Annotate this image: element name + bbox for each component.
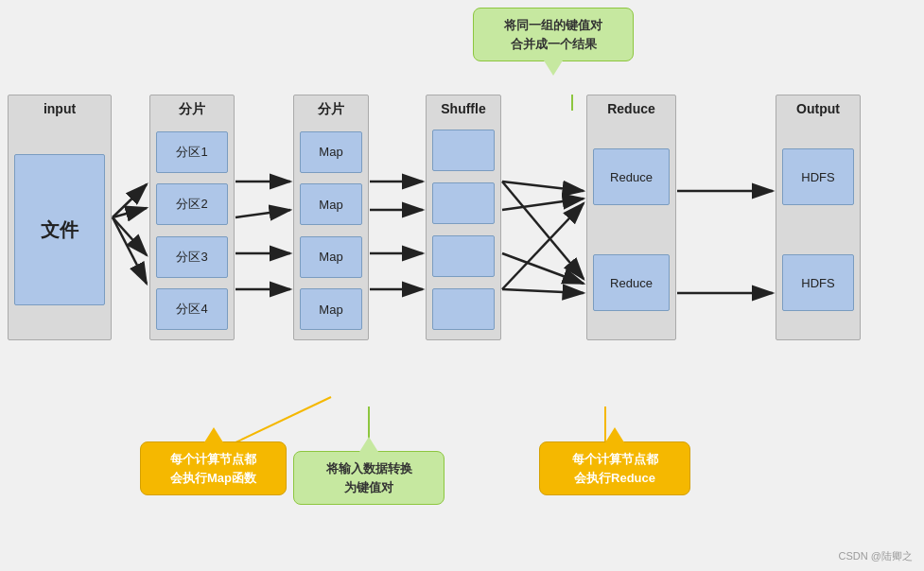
partition-column: 分片 分区1 分区2 分区3 分区4 bbox=[149, 95, 235, 340]
reduce-item-2: Reduce bbox=[593, 254, 670, 311]
output-body: HDFS HDFS bbox=[776, 120, 860, 339]
callout-green-bottom-text: 将输入数据转换 为键值对 bbox=[326, 461, 412, 494]
output-item-2: HDFS bbox=[782, 254, 854, 311]
svg-line-3 bbox=[113, 217, 147, 255]
svg-line-18 bbox=[502, 203, 584, 289]
svg-line-4 bbox=[113, 217, 147, 284]
shuffle-item-4 bbox=[432, 288, 495, 330]
partition-item-3: 分区3 bbox=[156, 236, 228, 278]
callout-yellow-right-text: 每个计算节点都 会执行Reduce bbox=[572, 452, 658, 485]
output-title: Output bbox=[796, 95, 840, 120]
svg-line-14 bbox=[502, 199, 584, 210]
map-item-2: Map bbox=[300, 183, 362, 225]
partition-title: 分片 bbox=[179, 95, 205, 122]
reduce-column: Reduce Reduce Reduce bbox=[586, 95, 676, 340]
reduce-title: Reduce bbox=[607, 95, 655, 120]
output-item-1: HDFS bbox=[782, 148, 854, 205]
map-item-3: Map bbox=[300, 236, 362, 278]
map-body: Map Map Map Map bbox=[294, 122, 368, 339]
svg-line-16 bbox=[502, 289, 584, 293]
callout-green-bottom: 将输入数据转换 为键值对 bbox=[293, 451, 445, 505]
output-column: Output HDFS HDFS bbox=[776, 95, 861, 340]
watermark: CSDN @陆卿之 bbox=[839, 549, 913, 563]
shuffle-item-3 bbox=[432, 235, 495, 277]
partition-body: 分区1 分区2 分区3 分区4 bbox=[150, 122, 234, 339]
partition-item-1: 分区1 bbox=[156, 131, 228, 173]
input-file-block: 文件 bbox=[14, 154, 105, 305]
partition-item-4: 分区4 bbox=[156, 288, 228, 330]
reduce-item-1: Reduce bbox=[593, 148, 670, 205]
map-item-1: Map bbox=[300, 131, 362, 173]
map-title: 分片 bbox=[318, 95, 344, 122]
input-file-label: 文件 bbox=[15, 155, 104, 304]
reduce-body: Reduce Reduce bbox=[587, 120, 675, 339]
shuffle-title: Shuffle bbox=[441, 95, 485, 120]
partition-item-2: 分区2 bbox=[156, 183, 228, 225]
svg-line-22 bbox=[232, 397, 331, 444]
callout-yellow-right: 每个计算节点都 会执行Reduce bbox=[539, 441, 690, 495]
map-column: 分片 Map Map Map Map bbox=[293, 95, 369, 340]
input-body: 文件 bbox=[9, 120, 111, 339]
shuffle-body bbox=[427, 120, 500, 339]
diagram-container: input 文件 分片 分区1 分区2 分区3 分区4 分片 Map Map M… bbox=[0, 0, 924, 571]
map-item-4: Map bbox=[300, 288, 362, 330]
svg-line-2 bbox=[113, 208, 147, 217]
svg-line-13 bbox=[502, 182, 584, 191]
shuffle-column: Shuffle bbox=[426, 95, 501, 340]
callout-yellow-left-text: 每个计算节点都 会执行Map函数 bbox=[170, 452, 256, 485]
svg-line-17 bbox=[502, 182, 584, 279]
shuffle-item-1 bbox=[432, 130, 495, 171]
callout-green-top-text: 将同一组的键值对 合并成一个结果 bbox=[504, 18, 602, 51]
svg-line-1 bbox=[113, 184, 147, 217]
callout-green-top: 将同一组的键值对 合并成一个结果 bbox=[473, 8, 634, 61]
svg-line-6 bbox=[235, 210, 290, 217]
input-title: input bbox=[44, 95, 76, 120]
shuffle-item-2 bbox=[432, 182, 495, 224]
svg-line-15 bbox=[502, 253, 584, 284]
input-column: input 文件 bbox=[8, 95, 112, 340]
callout-yellow-left: 每个计算节点都 会执行Map函数 bbox=[140, 441, 287, 495]
